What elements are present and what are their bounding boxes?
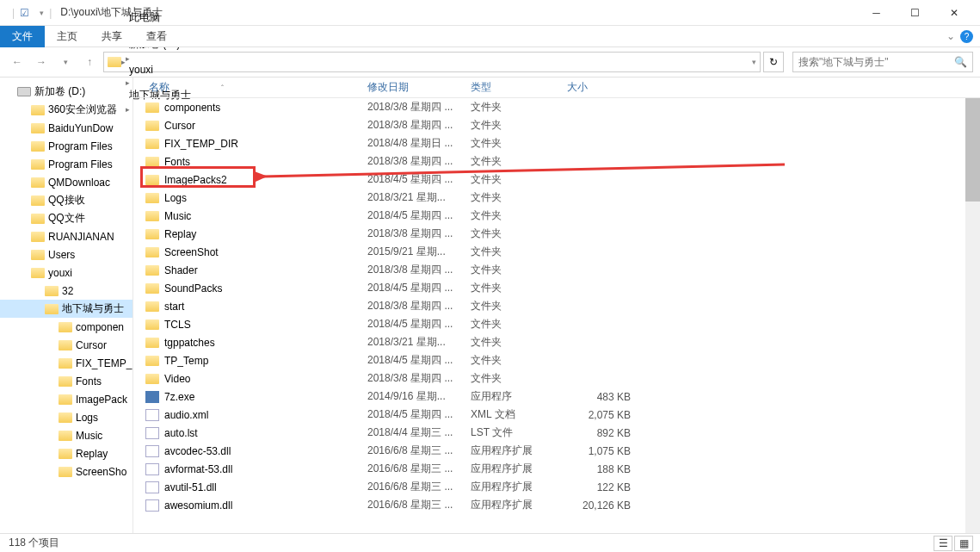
tree-item[interactable]: ImagePack bbox=[0, 390, 133, 408]
column-headers: 名称ˆ 修改日期 类型 大小 bbox=[133, 78, 980, 98]
scroll-thumb[interactable] bbox=[965, 98, 980, 202]
file-row[interactable]: Video2018/3/8 星期四 ...文件夹 bbox=[133, 369, 980, 388]
file-row[interactable]: ImagePacks22018/4/5 星期四 ...文件夹 bbox=[133, 171, 980, 189]
file-size: 188 KB bbox=[567, 463, 644, 475]
col-date[interactable]: 修改日期 bbox=[367, 78, 471, 97]
ribbon-expand-icon[interactable]: ⌄ bbox=[946, 30, 955, 42]
col-size[interactable]: 大小 bbox=[567, 78, 644, 97]
tab-file[interactable]: 文件 bbox=[0, 26, 45, 47]
file-date: 2014/9/16 星期... bbox=[367, 389, 471, 404]
tree-item[interactable]: 新加卷 (D:) bbox=[0, 83, 133, 101]
tree-item[interactable]: Music bbox=[0, 426, 133, 444]
breadcrumb-item[interactable]: 此电脑 bbox=[126, 10, 194, 25]
file-date: 2018/3/8 星期四 ... bbox=[367, 371, 471, 386]
tab-view[interactable]: 查看 bbox=[134, 26, 179, 47]
tree-item[interactable]: 地下城与勇士 bbox=[0, 300, 133, 318]
file-type: 文件夹 bbox=[471, 335, 567, 350]
details-view-button[interactable]: ☰ bbox=[934, 536, 952, 551]
file-row[interactable]: audio.xml2018/4/5 星期四 ...XML 文档2,075 KB bbox=[133, 406, 980, 424]
minimize-button[interactable]: ─ bbox=[857, 0, 896, 26]
tree-item[interactable]: BaiduYunDow bbox=[0, 119, 133, 137]
address-bar[interactable]: ▸ 此电脑▸新加卷 (D:)▸youxi▸地下城与勇士▸ ▾ bbox=[103, 52, 761, 72]
tree-item[interactable]: QQ文件 bbox=[0, 209, 133, 227]
recent-dropdown[interactable]: ▾ bbox=[55, 52, 76, 72]
check-icon[interactable]: ☑ bbox=[20, 7, 29, 19]
tree-item[interactable]: FIX_TEMP_ bbox=[0, 354, 133, 372]
file-type: 应用程序 bbox=[471, 389, 567, 404]
file-list[interactable]: 名称ˆ 修改日期 类型 大小 components2018/3/8 星期四 ..… bbox=[133, 78, 980, 534]
file-date: 2015/9/21 星期... bbox=[367, 245, 471, 259]
file-name: tgppatches bbox=[164, 337, 215, 349]
tree-item[interactable]: QMDownloac bbox=[0, 173, 133, 191]
file-date: 2018/3/8 星期四 ... bbox=[367, 226, 471, 241]
file-type: 文件夹 bbox=[471, 154, 567, 169]
file-row[interactable]: 7z.exe2014/9/16 星期...应用程序483 KB bbox=[133, 388, 980, 406]
tree-label: 地下城与勇士 bbox=[62, 301, 124, 316]
breadcrumb-item[interactable]: youxi bbox=[126, 64, 194, 76]
file-row[interactable]: avcodec-53.dll2016/6/8 星期三 ...应用程序扩展1,07… bbox=[133, 442, 980, 460]
file-type: 应用程序扩展 bbox=[471, 443, 567, 458]
file-name: avcodec-53.dll bbox=[164, 445, 231, 457]
close-button[interactable]: ✕ bbox=[934, 0, 973, 26]
tree-label: FIX_TEMP_ bbox=[76, 357, 132, 369]
tree-label: BaiduYunDow bbox=[48, 122, 113, 134]
tree-item[interactable]: componen bbox=[0, 318, 133, 336]
tree-item[interactable]: Logs bbox=[0, 408, 133, 426]
tree-item[interactable]: ScreenSho bbox=[0, 462, 133, 481]
scrollbar[interactable] bbox=[965, 98, 980, 534]
file-row[interactable]: Logs2018/3/21 星期...文件夹 bbox=[133, 189, 980, 207]
tree-item[interactable]: Users bbox=[0, 245, 133, 264]
icons-view-button[interactable]: ▦ bbox=[954, 536, 973, 551]
nav-tree[interactable]: 新加卷 (D:)360安全浏览器BaiduYunDowProgram Files… bbox=[0, 78, 133, 534]
maximize-button[interactable]: ☐ bbox=[896, 0, 934, 26]
file-date: 2018/4/5 星期四 ... bbox=[367, 407, 471, 422]
search-icon[interactable]: 🔍 bbox=[954, 56, 967, 68]
file-row[interactable]: SoundPacks2018/4/5 星期四 ...文件夹 bbox=[133, 279, 980, 297]
tree-item[interactable]: Program Files bbox=[0, 137, 133, 155]
tree-item[interactable]: Replay bbox=[0, 444, 133, 462]
file-row[interactable]: avformat-53.dll2016/6/8 星期三 ...应用程序扩展188… bbox=[133, 460, 980, 478]
help-icon[interactable]: ? bbox=[960, 30, 973, 43]
forward-button[interactable]: → bbox=[31, 52, 52, 72]
file-row[interactable]: TP_Temp2018/4/5 星期四 ...文件夹 bbox=[133, 351, 980, 369]
tree-item[interactable]: Program Files bbox=[0, 155, 133, 173]
tab-home[interactable]: 主页 bbox=[45, 26, 89, 47]
col-name[interactable]: 名称 bbox=[149, 80, 169, 95]
folder-icon bbox=[108, 57, 121, 67]
tree-item[interactable]: RUANJIANAN bbox=[0, 227, 133, 245]
file-row[interactable]: awesomium.dll2016/6/8 星期三 ...应用程序扩展20,12… bbox=[133, 496, 980, 514]
file-row[interactable]: ScreenShot2015/9/21 星期...文件夹 bbox=[133, 243, 980, 261]
file-row[interactable]: start2018/3/8 星期四 ...文件夹 bbox=[133, 297, 980, 315]
file-name: start bbox=[164, 301, 184, 313]
addr-dropdown-icon[interactable]: ▾ bbox=[752, 58, 756, 66]
file-row[interactable]: Cursor2018/3/8 星期四 ...文件夹 bbox=[133, 116, 980, 134]
folder-icon bbox=[59, 412, 72, 423]
file-row[interactable]: FIX_TEMP_DIR2018/4/8 星期日 ...文件夹 bbox=[133, 134, 980, 152]
tree-item[interactable]: 32 bbox=[0, 282, 133, 300]
up-button[interactable]: ↑ bbox=[79, 52, 100, 72]
search-box[interactable]: 🔍 bbox=[792, 52, 973, 72]
file-row[interactable]: auto.lst2018/4/4 星期三 ...LST 文件892 KB bbox=[133, 424, 980, 442]
tab-share[interactable]: 共享 bbox=[89, 26, 134, 47]
tree-item[interactable]: 360安全浏览器 bbox=[0, 101, 133, 119]
tree-item[interactable]: Fonts bbox=[0, 372, 133, 390]
file-row[interactable]: Shader2018/3/8 星期四 ...文件夹 bbox=[133, 261, 980, 279]
tree-item[interactable]: youxi bbox=[0, 264, 133, 282]
file-row[interactable]: components2018/3/8 星期四 ...文件夹 bbox=[133, 98, 980, 116]
file-row[interactable]: TCLS2018/4/5 星期四 ...文件夹 bbox=[133, 315, 980, 333]
file-row[interactable]: Music2018/4/5 星期四 ...文件夹 bbox=[133, 207, 980, 225]
file-row[interactable]: tgppatches2018/3/21 星期...文件夹 bbox=[133, 333, 980, 351]
dropdown-icon[interactable]: ▾ bbox=[40, 9, 44, 17]
back-button[interactable]: ← bbox=[7, 52, 28, 72]
tree-item[interactable]: Cursor bbox=[0, 336, 133, 354]
tree-label: Program Files bbox=[48, 140, 113, 152]
file-row[interactable]: Fonts2018/3/8 星期四 ...文件夹 bbox=[133, 152, 980, 171]
chevron-right-icon[interactable]: ▸ bbox=[126, 54, 130, 63]
file-type: 文件夹 bbox=[471, 353, 567, 368]
file-row[interactable]: Replay2018/3/8 星期四 ...文件夹 bbox=[133, 225, 980, 243]
refresh-button[interactable]: ↻ bbox=[763, 52, 784, 72]
file-row[interactable]: avutil-51.dll2016/6/8 星期三 ...应用程序扩展122 K… bbox=[133, 478, 980, 496]
col-type[interactable]: 类型 bbox=[471, 78, 567, 97]
tree-item[interactable]: QQ接收 bbox=[0, 191, 133, 209]
search-input[interactable] bbox=[798, 56, 954, 68]
